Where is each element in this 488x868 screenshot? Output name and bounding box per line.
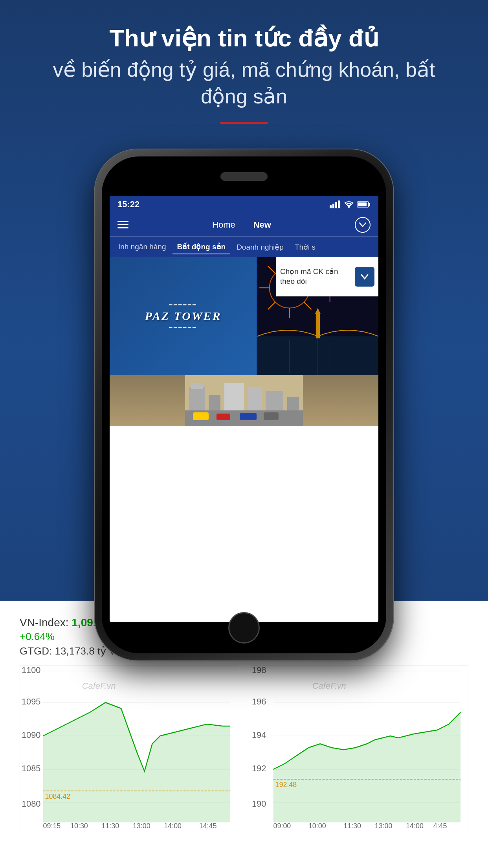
cat-tab-bat-dong-san[interactable]: Bất động sản [172, 240, 231, 254]
svg-rect-39 [216, 414, 230, 420]
phone-home-button[interactable] [228, 612, 260, 644]
cat-tab-ngan-hang[interactable]: ính ngân hàng [114, 240, 171, 254]
svg-point-4 [348, 206, 350, 208]
svg-text:09:15: 09:15 [43, 822, 61, 830]
phone-outer-frame: 15:22 [95, 149, 393, 660]
svg-rect-36 [266, 391, 283, 410]
hnx-chart: 198 196 194 192 190 192.48 CafeF.vn [250, 665, 468, 834]
header-section: Thư viện tin tức đầy đủ về biến động tỷ … [0, 24, 488, 124]
phone-mockup: 15:22 [95, 149, 393, 660]
svg-text:14:00: 14:00 [406, 822, 424, 830]
header-divider [220, 122, 268, 124]
svg-rect-40 [240, 413, 257, 420]
cat-tab-thoi-su[interactable]: Thời s [290, 240, 320, 254]
paz-tower-label: PAZ TOWER [145, 309, 222, 323]
svg-text:198: 198 [252, 665, 266, 675]
phone-screen: 15:22 [110, 196, 378, 622]
svg-text:4:45: 4:45 [433, 822, 447, 830]
charts-row: 1100 1095 1090 1085 1080 1084.42 Ca [20, 665, 468, 856]
nav-tab-home[interactable]: Home [209, 218, 238, 232]
svg-text:13:00: 13:00 [375, 822, 393, 830]
svg-text:1080: 1080 [22, 799, 41, 809]
svg-rect-33 [209, 395, 220, 410]
content-area: ━━━━━━ PAZ TOWER ━━━━━━ [110, 257, 378, 622]
svg-rect-3 [338, 200, 340, 208]
svg-text:192: 192 [252, 763, 266, 773]
svg-rect-7 [358, 202, 367, 206]
status-time: 15:22 [117, 199, 139, 210]
status-bar: 15:22 [110, 196, 378, 213]
battery-icon [357, 201, 371, 208]
svg-text:1095: 1095 [22, 697, 41, 706]
svg-text:10:30: 10:30 [70, 822, 88, 830]
status-icons [330, 200, 371, 208]
phone-inner-frame: 15:22 [102, 156, 386, 653]
svg-rect-37 [287, 397, 299, 410]
svg-text:196: 196 [252, 697, 266, 706]
svg-text:09:00: 09:00 [273, 822, 291, 830]
signal-icon [330, 200, 341, 208]
svg-rect-41 [264, 412, 279, 420]
svg-rect-1 [332, 204, 334, 208]
nav-tab-new[interactable]: New [250, 218, 274, 232]
ck-selector-text: Chọn mã CK cần theo dõi [280, 267, 351, 286]
header-title: Thư viện tin tức đầy đủ [31, 24, 457, 53]
svg-rect-34 [224, 383, 244, 410]
svg-rect-32 [191, 383, 203, 389]
svg-rect-38 [193, 412, 209, 420]
svg-text:1090: 1090 [22, 730, 41, 740]
wifi-icon [344, 200, 354, 208]
svg-rect-0 [330, 205, 332, 208]
nav-dropdown-btn[interactable] [355, 217, 371, 233]
vn-chart: 1100 1095 1090 1085 1080 1084.42 Ca [20, 665, 238, 834]
svg-rect-24 [316, 312, 320, 338]
svg-rect-35 [248, 387, 262, 410]
svg-text:14:00: 14:00 [164, 822, 182, 830]
ck-dropdown-btn[interactable] [355, 267, 374, 287]
svg-rect-6 [369, 203, 370, 206]
category-tabs: ính ngân hàng Bất động sản Doanh nghiệp … [110, 237, 378, 257]
featured-left[interactable]: ━━━━━━ PAZ TOWER ━━━━━━ [110, 257, 257, 375]
svg-text:1085: 1085 [22, 763, 41, 773]
cat-tab-doanh-nghiep[interactable]: Doanh nghiệp [232, 240, 288, 254]
svg-text:CafeF.vn: CafeF.vn [312, 681, 346, 691]
nav-tabs: Home New [209, 218, 274, 232]
hamburger-menu[interactable] [117, 221, 128, 228]
ck-selector-overlay[interactable]: Chọn mã CK cần theo dõi [276, 257, 378, 296]
featured-row: ━━━━━━ PAZ TOWER ━━━━━━ [110, 257, 378, 375]
svg-text:CafeF.vn: CafeF.vn [82, 681, 116, 691]
svg-text:11:30: 11:30 [343, 822, 361, 830]
svg-rect-31 [189, 387, 205, 410]
svg-text:13:00: 13:00 [133, 822, 150, 830]
svg-text:190: 190 [252, 799, 266, 809]
header-subtitle: về biến động tỷ giá, mã chứng khoán, bất… [31, 57, 457, 110]
nav-bar: Home New [110, 213, 378, 237]
featured-right: Chọn mã CK cần theo dõi [257, 257, 378, 375]
svg-rect-2 [335, 202, 337, 208]
chevron-down-icon [359, 223, 366, 227]
phone-speaker [220, 172, 268, 181]
svg-text:194: 194 [252, 730, 266, 740]
svg-text:14:45: 14:45 [199, 822, 217, 830]
svg-text:10:00: 10:00 [308, 822, 326, 830]
svg-text:1100: 1100 [22, 665, 41, 675]
building-images [110, 375, 378, 426]
chevron-down-icon [361, 274, 369, 280]
svg-text:11:30: 11:30 [102, 822, 119, 830]
